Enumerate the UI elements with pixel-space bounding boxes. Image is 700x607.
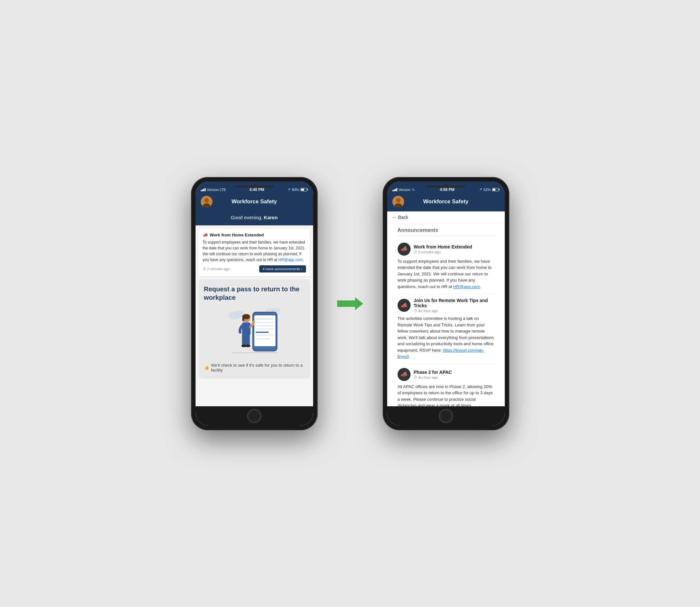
clock-icon-1: ⏱ bbox=[414, 250, 417, 254]
chevron-right-icon: › bbox=[302, 267, 303, 271]
greeting-name: Karen bbox=[264, 215, 278, 220]
ann-title-1: Work from Home Extended bbox=[414, 244, 472, 249]
phone-1: Verizon LTE 4:40 PM ↗ 60% bbox=[191, 177, 318, 430]
svg-rect-11 bbox=[255, 322, 274, 323]
ann-link-1[interactable]: HR@app.com bbox=[453, 284, 480, 289]
home-button-1[interactable] bbox=[247, 409, 262, 423]
screen2-content: Announcements 📣 Work from Home Extended … bbox=[387, 224, 505, 406]
phone-2: Verizon ∿ 4:58 PM ↗ 52% bbox=[383, 177, 509, 430]
clock-icon-3: ⏱ bbox=[414, 375, 417, 379]
svg-rect-16 bbox=[255, 338, 270, 339]
svg-marker-25 bbox=[337, 297, 363, 310]
announcement-item-2: 📣 Join Us for Remote Work Tips and Trick… bbox=[397, 294, 494, 364]
svg-point-27 bbox=[396, 198, 400, 203]
back-link[interactable]: ← Back bbox=[387, 211, 505, 224]
megaphone-icon-1: 📣 bbox=[397, 243, 411, 256]
ann-time-2: ⏱ An hour ago bbox=[414, 309, 494, 313]
home-button-2[interactable] bbox=[439, 409, 453, 423]
app-header-1: Workforce Safety bbox=[195, 193, 313, 211]
camera bbox=[253, 184, 256, 187]
svg-rect-21 bbox=[242, 334, 246, 346]
more-announcements-button[interactable]: 4 more announcements › bbox=[259, 265, 306, 272]
pass-illustration bbox=[204, 306, 305, 358]
greeting: Good evening, Karen bbox=[195, 211, 313, 225]
ann-body-3: All APAC offices are now in Phase 2, all… bbox=[397, 383, 494, 406]
avatar-1 bbox=[201, 196, 212, 208]
announcement-body: To support employees and their families,… bbox=[203, 239, 306, 263]
phone-bottom-2 bbox=[387, 406, 505, 426]
screen1-content: 📣 Work from Home Extended To support emp… bbox=[195, 225, 313, 406]
svg-rect-14 bbox=[255, 332, 269, 333]
clock-icon: ⏱ bbox=[203, 267, 206, 271]
announcement-time: ⏱ 2 minutes ago bbox=[203, 267, 230, 271]
back-label: Back bbox=[398, 215, 408, 220]
back-arrow-icon: ← bbox=[392, 215, 397, 220]
forward-arrow bbox=[337, 296, 363, 312]
announcement-link[interactable]: HR@app.com bbox=[279, 257, 303, 262]
thumbsup-icon: 👍 bbox=[204, 365, 209, 370]
greeting-prefix: Good evening, bbox=[231, 215, 264, 220]
svg-rect-22 bbox=[246, 334, 250, 346]
megaphone-icon-2: 📣 bbox=[397, 299, 411, 312]
announcement-item-1: 📣 Work from Home Extended ⏱ 5 minutes ag… bbox=[397, 239, 494, 294]
svg-point-1 bbox=[204, 198, 209, 203]
ann-title-2: Join Us for Remote Work Tips and Tricks bbox=[414, 298, 494, 308]
phone-bottom-1 bbox=[195, 406, 313, 426]
header-title-1: Workforce Safety bbox=[216, 198, 292, 205]
svg-rect-20 bbox=[242, 322, 250, 335]
header-title-2: Workforce Safety bbox=[408, 198, 484, 205]
announcement-title: 📣 Work from Home Extended bbox=[203, 233, 306, 237]
arrow-container bbox=[337, 296, 363, 312]
ann-body-2: The activities committee is hosting a ta… bbox=[397, 315, 494, 360]
svg-rect-19 bbox=[242, 315, 244, 321]
announcement-card: 📣 Work from Home Extended To support emp… bbox=[199, 229, 310, 276]
announcement-footer: ⏱ 2 minutes ago 4 more announcements › bbox=[203, 265, 306, 272]
megaphone-icon-3: 📣 bbox=[397, 368, 411, 381]
pass-footer: 👍 We'll check to see if it's safe for yo… bbox=[204, 363, 305, 373]
pass-card-title: Request a pass to return to the workplac… bbox=[204, 285, 305, 302]
camera-2 bbox=[445, 184, 448, 187]
announcement-item-3: 📣 Phase 2 for APAC ⏱ An hour ago All APA bbox=[397, 364, 494, 406]
svg-rect-12 bbox=[255, 325, 274, 327]
section-title: Announcements bbox=[397, 227, 494, 233]
scene: Verizon LTE 4:40 PM ↗ 60% bbox=[191, 177, 509, 430]
ann-title-3: Phase 2 for APAC bbox=[414, 370, 452, 375]
ann-body-1: To support employees and their families,… bbox=[397, 258, 494, 290]
megaphone-small-icon: 📣 bbox=[203, 233, 208, 237]
svg-rect-13 bbox=[255, 328, 274, 330]
ann-time-3: ⏱ An hour ago bbox=[414, 375, 452, 379]
pass-card[interactable]: Request a pass to return to the workplac… bbox=[199, 280, 310, 378]
clock-icon-2: ⏱ bbox=[414, 309, 417, 313]
svg-point-24 bbox=[245, 344, 250, 347]
svg-rect-10 bbox=[255, 318, 274, 320]
announcements-section: Announcements 📣 Work from Home Extended … bbox=[392, 224, 499, 406]
app-header-2: Workforce Safety bbox=[387, 193, 505, 211]
svg-rect-15 bbox=[255, 335, 274, 336]
ann-time-1: ⏱ 5 minutes ago bbox=[414, 250, 472, 254]
avatar-2 bbox=[392, 196, 404, 208]
svg-rect-9 bbox=[254, 315, 275, 346]
